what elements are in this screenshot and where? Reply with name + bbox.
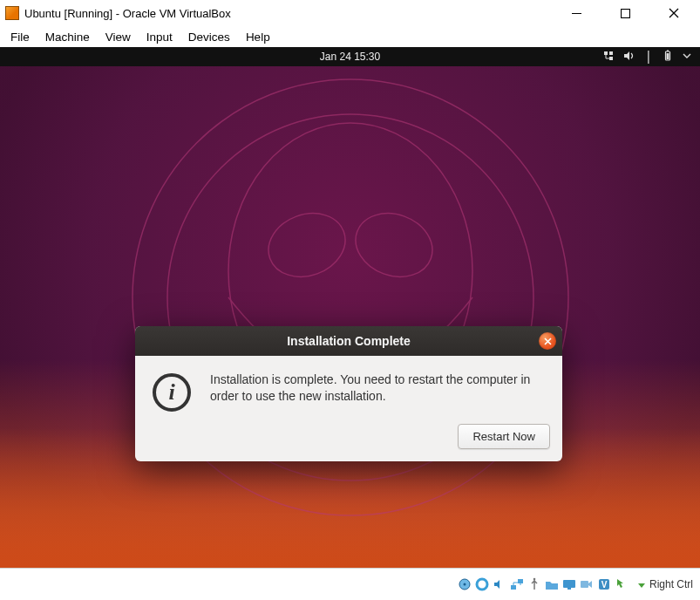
battery-icon xyxy=(662,50,674,65)
svg-point-18 xyxy=(533,578,536,581)
svg-point-15 xyxy=(477,579,487,590)
network-icon xyxy=(602,50,615,65)
gnome-clock[interactable]: Jan 24 15:30 xyxy=(320,51,380,63)
virtualization-indicator-icon[interactable]: V xyxy=(596,576,612,592)
svg-rect-20 xyxy=(567,588,571,590)
svg-point-14 xyxy=(463,583,466,586)
network-indicator-icon[interactable] xyxy=(509,576,525,592)
svg-rect-7 xyxy=(667,53,669,59)
svg-rect-4 xyxy=(609,51,613,55)
shared-folders-indicator-icon[interactable] xyxy=(544,576,560,592)
dialog-close-button[interactable] xyxy=(539,332,556,350)
menu-help[interactable]: Help xyxy=(246,31,270,44)
svg-text:V: V xyxy=(601,580,608,590)
host-key-indicator[interactable]: Right Ctrl xyxy=(636,578,693,590)
svg-point-12 xyxy=(346,202,441,287)
restart-now-button[interactable]: Restart Now xyxy=(458,424,550,449)
dialog-message: Installation is complete. You need to re… xyxy=(210,372,543,405)
svg-rect-0 xyxy=(572,13,581,14)
menu-machine[interactable]: Machine xyxy=(45,31,90,44)
recording-indicator-icon[interactable] xyxy=(579,576,595,592)
dropdown-caret-icon xyxy=(683,51,691,63)
host-window-titlebar: Ubuntu [Running] - Oracle VM VirtualBox xyxy=(0,0,700,26)
optical-disk-indicator-icon[interactable] xyxy=(474,576,490,592)
virtualbox-app-icon xyxy=(5,6,19,20)
window-title: Ubuntu [Running] - Oracle VM VirtualBox xyxy=(24,7,231,20)
menu-view[interactable]: View xyxy=(105,31,131,44)
host-key-label: Right Ctrl xyxy=(649,578,693,590)
menu-file[interactable]: File xyxy=(10,31,30,44)
svg-rect-6 xyxy=(667,50,669,51)
hard-disk-indicator-icon[interactable] xyxy=(457,576,472,592)
svg-rect-1 xyxy=(621,9,629,17)
dialog-title: Installation Complete xyxy=(287,334,411,348)
host-status-bar: V Right Ctrl xyxy=(0,568,700,600)
volume-icon xyxy=(623,50,635,65)
window-maximize-button[interactable] xyxy=(613,6,637,21)
mouse-integration-indicator-icon[interactable] xyxy=(614,576,629,592)
display-indicator-icon[interactable] xyxy=(561,576,577,592)
svg-point-11 xyxy=(259,202,354,287)
installation-complete-dialog: Installation Complete i Installation is … xyxy=(135,326,562,461)
svg-rect-19 xyxy=(563,580,575,588)
window-minimize-button[interactable] xyxy=(564,6,588,21)
svg-rect-2 xyxy=(604,51,608,55)
gnome-status-area[interactable]: | xyxy=(602,49,700,65)
usb-indicator-icon[interactable] xyxy=(527,576,542,592)
gnome-top-bar: Jan 24 15:30 | xyxy=(0,47,700,66)
info-icon: i xyxy=(153,373,191,412)
dialog-titlebar[interactable]: Installation Complete xyxy=(135,326,562,356)
window-close-button[interactable] xyxy=(662,6,686,21)
host-menubar: File Machine View Input Devices Help xyxy=(0,26,700,47)
guest-display[interactable]: Jan 24 15:30 | xyxy=(0,47,700,568)
svg-rect-16 xyxy=(511,585,516,590)
audio-indicator-icon[interactable] xyxy=(492,576,507,592)
down-arrow-icon xyxy=(636,579,647,590)
menu-input[interactable]: Input xyxy=(146,31,173,44)
separator: | xyxy=(644,49,653,65)
svg-rect-3 xyxy=(609,57,613,60)
menu-devices[interactable]: Devices xyxy=(188,31,230,44)
svg-rect-21 xyxy=(581,581,588,588)
